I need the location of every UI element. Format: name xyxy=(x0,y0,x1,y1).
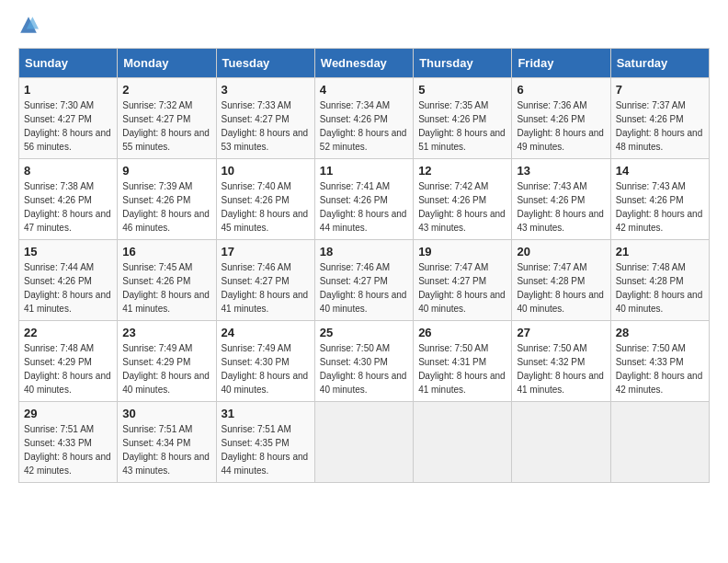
sunset-label: Sunset: 4:30 PM xyxy=(320,357,388,367)
calendar-day-header: Monday xyxy=(118,49,216,78)
sunset-label: Sunset: 4:26 PM xyxy=(320,195,388,205)
day-info: Sunrise: 7:49 AM Sunset: 4:29 PM Dayligh… xyxy=(122,341,210,396)
sunrise-label: Sunrise: 7:33 AM xyxy=(222,100,291,110)
calendar-day-cell: 18 Sunrise: 7:46 AM Sunset: 4:27 PM Dayl… xyxy=(314,240,413,321)
calendar-day-cell: 28 Sunrise: 7:50 AM Sunset: 4:33 PM Dayl… xyxy=(610,321,709,402)
day-info: Sunrise: 7:49 AM Sunset: 4:30 PM Dayligh… xyxy=(222,341,310,396)
day-number: 22 xyxy=(24,326,112,339)
calendar-day-cell: 8 Sunrise: 7:38 AM Sunset: 4:26 PM Dayli… xyxy=(19,159,118,240)
sunset-label: Sunset: 4:29 PM xyxy=(24,357,92,367)
calendar-day-cell: 31 Sunrise: 7:51 AM Sunset: 4:35 PM Dayl… xyxy=(216,402,314,483)
day-number: 4 xyxy=(320,83,408,97)
daylight-label: Daylight: 8 hours and 56 minutes. xyxy=(24,128,111,152)
sunset-label: Sunset: 4:26 PM xyxy=(616,114,684,124)
sunrise-label: Sunrise: 7:30 AM xyxy=(24,100,94,110)
sunrise-label: Sunrise: 7:51 AM xyxy=(24,424,94,434)
sunrise-label: Sunrise: 7:32 AM xyxy=(122,100,192,110)
calendar-day-cell: 12 Sunrise: 7:42 AM Sunset: 4:26 PM Dayl… xyxy=(414,159,512,240)
day-info: Sunrise: 7:42 AM Sunset: 4:26 PM Dayligh… xyxy=(418,179,506,235)
daylight-label: Daylight: 8 hours and 48 minutes. xyxy=(616,128,703,152)
sunset-label: Sunset: 4:33 PM xyxy=(616,357,684,367)
calendar-day-cell: 2 Sunrise: 7:32 AM Sunset: 4:27 PM Dayli… xyxy=(118,78,216,159)
day-info: Sunrise: 7:30 AM Sunset: 4:27 PM Dayligh… xyxy=(24,98,112,154)
calendar-day-cell xyxy=(610,402,709,483)
calendar-day-cell: 14 Sunrise: 7:43 AM Sunset: 4:26 PM Dayl… xyxy=(610,159,709,240)
sunrise-label: Sunrise: 7:51 AM xyxy=(222,424,291,434)
day-info: Sunrise: 7:47 AM Sunset: 4:27 PM Dayligh… xyxy=(418,260,506,316)
calendar-day-cell: 30 Sunrise: 7:51 AM Sunset: 4:34 PM Dayl… xyxy=(118,402,216,483)
sunset-label: Sunset: 4:28 PM xyxy=(517,276,585,286)
calendar-day-cell: 5 Sunrise: 7:35 AM Sunset: 4:26 PM Dayli… xyxy=(414,78,512,159)
sunset-label: Sunset: 4:26 PM xyxy=(517,195,585,205)
day-number: 5 xyxy=(418,83,506,97)
daylight-label: Daylight: 8 hours and 44 minutes. xyxy=(222,452,309,476)
calendar-header: SundayMondayTuesdayWednesdayThursdayFrid… xyxy=(19,49,710,78)
day-number: 23 xyxy=(122,326,210,339)
calendar-day-cell: 21 Sunrise: 7:48 AM Sunset: 4:28 PM Dayl… xyxy=(610,240,709,321)
calendar-day-cell: 26 Sunrise: 7:50 AM Sunset: 4:31 PM Dayl… xyxy=(414,321,512,402)
day-info: Sunrise: 7:36 AM Sunset: 4:26 PM Dayligh… xyxy=(517,98,605,154)
calendar-day-cell: 7 Sunrise: 7:37 AM Sunset: 4:26 PM Dayli… xyxy=(610,78,709,159)
calendar-day-cell: 25 Sunrise: 7:50 AM Sunset: 4:30 PM Dayl… xyxy=(314,321,413,402)
sunrise-label: Sunrise: 7:42 AM xyxy=(418,181,488,191)
calendar-day-header: Saturday xyxy=(610,49,709,78)
daylight-label: Daylight: 8 hours and 45 minutes. xyxy=(222,209,309,233)
daylight-label: Daylight: 8 hours and 41 minutes. xyxy=(418,371,506,395)
calendar-day-cell: 6 Sunrise: 7:36 AM Sunset: 4:26 PM Dayli… xyxy=(512,78,610,159)
day-info: Sunrise: 7:43 AM Sunset: 4:26 PM Dayligh… xyxy=(517,179,605,235)
sunset-label: Sunset: 4:27 PM xyxy=(122,114,190,124)
day-number: 28 xyxy=(616,326,704,339)
calendar-week-row: 22 Sunrise: 7:48 AM Sunset: 4:29 PM Dayl… xyxy=(19,321,710,402)
sunset-label: Sunset: 4:27 PM xyxy=(222,114,290,124)
calendar-day-cell xyxy=(512,402,610,483)
sunrise-label: Sunrise: 7:40 AM xyxy=(222,181,291,191)
sunset-label: Sunset: 4:33 PM xyxy=(24,438,92,448)
calendar-day-cell: 13 Sunrise: 7:43 AM Sunset: 4:26 PM Dayl… xyxy=(512,159,610,240)
calendar-day-cell: 22 Sunrise: 7:48 AM Sunset: 4:29 PM Dayl… xyxy=(19,321,118,402)
daylight-label: Daylight: 8 hours and 49 minutes. xyxy=(517,128,604,152)
sunrise-label: Sunrise: 7:49 AM xyxy=(222,343,291,353)
calendar-day-cell: 10 Sunrise: 7:40 AM Sunset: 4:26 PM Dayl… xyxy=(216,159,314,240)
sunset-label: Sunset: 4:28 PM xyxy=(616,276,684,286)
sunset-label: Sunset: 4:35 PM xyxy=(222,438,290,448)
sunset-label: Sunset: 4:26 PM xyxy=(616,195,684,205)
day-number: 17 xyxy=(222,245,310,259)
day-info: Sunrise: 7:38 AM Sunset: 4:26 PM Dayligh… xyxy=(24,179,112,235)
calendar-day-header: Friday xyxy=(512,49,610,78)
day-number: 9 xyxy=(122,164,210,178)
daylight-label: Daylight: 8 hours and 53 minutes. xyxy=(222,128,309,152)
sunrise-label: Sunrise: 7:47 AM xyxy=(517,262,586,272)
day-info: Sunrise: 7:50 AM Sunset: 4:30 PM Dayligh… xyxy=(320,341,408,396)
sunset-label: Sunset: 4:26 PM xyxy=(222,195,290,205)
day-number: 12 xyxy=(418,164,506,178)
sunrise-label: Sunrise: 7:44 AM xyxy=(24,262,94,272)
sunrise-label: Sunrise: 7:48 AM xyxy=(24,343,94,353)
sunrise-label: Sunrise: 7:49 AM xyxy=(122,343,192,353)
calendar-day-header: Sunday xyxy=(19,49,118,78)
calendar-day-cell xyxy=(314,402,413,483)
day-number: 8 xyxy=(24,164,112,178)
sunset-label: Sunset: 4:26 PM xyxy=(517,114,585,124)
sunset-label: Sunset: 4:26 PM xyxy=(418,195,486,205)
sunrise-label: Sunrise: 7:35 AM xyxy=(418,100,488,110)
day-number: 21 xyxy=(616,245,704,259)
logo xyxy=(18,15,40,39)
calendar-day-cell: 16 Sunrise: 7:45 AM Sunset: 4:26 PM Dayl… xyxy=(118,240,216,321)
calendar-day-cell: 29 Sunrise: 7:51 AM Sunset: 4:33 PM Dayl… xyxy=(19,402,118,483)
calendar-day-header: Wednesday xyxy=(314,49,413,78)
daylight-label: Daylight: 8 hours and 44 minutes. xyxy=(320,209,407,233)
day-number: 1 xyxy=(24,83,112,97)
sunrise-label: Sunrise: 7:50 AM xyxy=(418,343,488,353)
sunset-label: Sunset: 4:26 PM xyxy=(24,276,92,286)
day-info: Sunrise: 7:50 AM Sunset: 4:33 PM Dayligh… xyxy=(616,341,704,396)
daylight-label: Daylight: 8 hours and 41 minutes. xyxy=(122,290,210,314)
sunset-label: Sunset: 4:26 PM xyxy=(122,276,190,286)
calendar-day-cell: 20 Sunrise: 7:47 AM Sunset: 4:28 PM Dayl… xyxy=(512,240,610,321)
sunset-label: Sunset: 4:26 PM xyxy=(122,195,190,205)
day-info: Sunrise: 7:51 AM Sunset: 4:35 PM Dayligh… xyxy=(222,422,310,477)
calendar-day-cell: 4 Sunrise: 7:34 AM Sunset: 4:26 PM Dayli… xyxy=(314,78,413,159)
day-info: Sunrise: 7:37 AM Sunset: 4:26 PM Dayligh… xyxy=(616,98,704,154)
sunset-label: Sunset: 4:27 PM xyxy=(418,276,486,286)
sunrise-label: Sunrise: 7:39 AM xyxy=(122,181,192,191)
calendar-day-cell: 24 Sunrise: 7:49 AM Sunset: 4:30 PM Dayl… xyxy=(216,321,314,402)
